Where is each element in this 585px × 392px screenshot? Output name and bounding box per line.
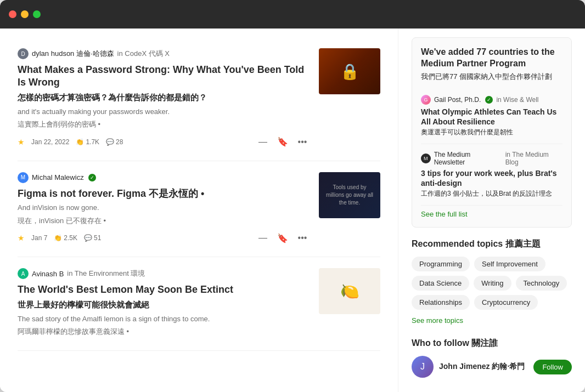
comments-count: 💬 28 [106,138,123,146]
save-button[interactable]: 🔖 [275,230,290,246]
claps-count: 👏 2.5K [54,234,77,242]
article-item: A Avinash B in The Environment 環境 The Wo… [18,257,380,350]
article-excerpt-zh: 這實際上會削弱你的密碼 • [18,119,310,130]
comment-icon: 💬 [106,138,114,146]
article-excerpt-en: And inVision is now gone. [18,202,310,213]
follow-button[interactable]: Follow [533,360,572,374]
author-name[interactable]: Michal Malewicz [32,173,84,181]
figma-thumb-text: Tools used by millions go away all the t… [323,184,376,207]
topic-tag-programming[interactable]: Programming [412,257,470,271]
claps-count: 👏 1.7K [76,138,99,146]
clap-icon: 👏 [54,234,62,242]
verified-icon: ✓ [88,174,96,181]
article-thumbnail: 🍋 [319,268,380,314]
dislike-button[interactable]: — [255,230,271,246]
sidebar-story: G Gail Post, Ph.D. ✓ in Wise & Well What… [421,88,562,144]
article-body: D dylan hudson 迪倫·哈德森 in CodeX 代碼 X What… [18,48,310,150]
article-date: Jan 22, 2022 [31,138,69,146]
more-button[interactable]: ••• [295,134,310,150]
article-date: Jan 7 [31,234,47,242]
star-icon: ★ [18,234,25,242]
avatar: A [18,268,29,279]
topics-grid: Programming Self Improvement Data Scienc… [412,257,572,310]
dislike-button[interactable]: — [255,134,271,150]
avatar: J [412,356,434,378]
traffic-lights [9,10,41,18]
recommended-topics-title: Recommended topics 推薦主題 [412,238,572,250]
article-item: M Michal Malewicz ✓ Figma is not forever… [18,161,380,257]
story-title-zh: 奧運選手可以教我們什麼是韌性 [421,128,562,137]
author-name[interactable]: Avinash B [32,270,64,278]
avatar: M [421,154,431,163]
save-button[interactable]: 🔖 [275,134,290,150]
main-feed: D dylan hudson 迪倫·哈德森 in CodeX 代碼 X What… [0,29,398,392]
story-author-line: G Gail Post, Ph.D. ✓ in Wise & Well [421,95,562,105]
author-line: D dylan hudson 迪倫·哈德森 in CodeX 代碼 X [18,48,310,59]
article-excerpt-zh: 現在，inVision 已不復存在 • [18,215,310,226]
maximize-button[interactable] [33,10,41,18]
story-title[interactable]: What Olympic Athletes Can Teach Us All A… [421,107,562,127]
avatar: D [18,48,29,59]
story-title-zh: 工作週的3 個小貼士，以及Brat 的反設計理念 [421,189,562,198]
close-button[interactable] [9,10,16,18]
topic-tag-cryptocurrency[interactable]: Cryptocurrency [474,295,538,310]
see-more-topics-link[interactable]: See more topics [412,316,572,325]
see-full-list-link[interactable]: See the full list [421,210,562,218]
author-name[interactable]: The Medium Newsletter [434,151,502,166]
avatar: G [421,95,431,105]
verified-icon: ✓ [485,96,493,104]
article-thumbnail: Tools used by millions go away all the t… [319,172,380,218]
topic-tag-writing[interactable]: Writing [474,276,511,291]
author-pub: in The Medium Blog [505,151,562,166]
article-body: A Avinash B in The Environment 環境 The Wo… [18,268,310,339]
article-excerpt-zh: 阿瑪爾菲檸檬的悲慘故事意義深遠 • [18,326,310,337]
comments-count: 💬 51 [84,234,101,242]
sidebar: We've added 77 countries to the Medium P… [398,29,585,392]
article-body: M Michal Malewicz ✓ Figma is not forever… [18,172,310,246]
star-icon: ★ [18,138,25,146]
author-pub: in CodeX 代碼 X [117,49,170,59]
author-name[interactable]: Gail Post, Ph.D. [434,96,481,104]
author-pub: in Wise & Well [496,96,538,104]
topic-tag-data-science[interactable]: Data Science [412,276,469,291]
comment-icon: 💬 [84,234,92,242]
article-title-en[interactable]: The World's Best Lemon May Soon Be Extin… [18,283,310,296]
article-title-zh[interactable]: 世界上最好的檸檬可能很快就會滅絕 [18,299,310,310]
titlebar [0,0,585,29]
article-meta: ★ Jan 7 👏 2.5K 💬 51 — 🔖 [18,230,310,246]
who-to-follow-title: Who to follow 關注誰 [412,338,572,349]
who-to-follow-section: Who to follow 關注誰 J John Jimenez 約翰·希門 F… [412,338,572,378]
main-content: D dylan hudson 迪倫·哈德森 in CodeX 代碼 X What… [0,29,585,392]
story-title[interactable]: 3 tips for your work week, plus Brat's a… [421,168,562,188]
topic-tag-relationships[interactable]: Relationships [412,295,470,310]
article-title-en[interactable]: Figma is not forever. Figma 不是永恆的 • [18,188,310,200]
author-name[interactable]: dylan hudson 迪倫·哈德森 [32,49,114,59]
partner-program-title-zh: 我們已將77 個國家納入中型合作夥伴計劃 [421,72,562,82]
sidebar-story: M The Medium Newsletter in The Medium Bl… [421,144,562,206]
follow-item: J John Jimenez 約翰·希門 Follow [412,356,572,378]
article-actions: — 🔖 ••• [255,134,310,150]
article-thumbnail: 🔒 [319,48,380,94]
app-window: D dylan hudson 迪倫·哈德森 in CodeX 代碼 X What… [0,0,585,392]
article-meta: ★ Jan 22, 2022 👏 1.7K 💬 28 — 🔖 [18,134,310,150]
minimize-button[interactable] [21,10,29,18]
topic-tag-technology[interactable]: Technology [516,276,567,291]
article-excerpt-en: The sad story of the Amalfi lemon is a s… [18,314,310,325]
clap-icon: 👏 [76,138,84,146]
partner-program-title: We've added 77 countries to the Medium P… [421,47,562,70]
topic-tag-self-improvement[interactable]: Self Improvement [474,257,545,271]
article-excerpt-en: and it's actually making your passwords … [18,106,310,117]
article-actions: — 🔖 ••• [255,230,310,246]
author-line: M Michal Malewicz ✓ [18,172,310,183]
recommended-topics-section: Recommended topics 推薦主題 Programming Self… [412,238,572,325]
more-button[interactable]: ••• [295,230,310,246]
article-item: D dylan hudson 迪倫·哈德森 in CodeX 代碼 X What… [18,37,380,161]
partner-program-card: We've added 77 countries to the Medium P… [412,37,572,228]
avatar: M [18,172,29,183]
follow-name: John Jimenez 約翰·希門 [439,362,528,372]
article-title-en[interactable]: What Makes a Password Strong: Why What Y… [18,64,310,89]
story-author-line: M The Medium Newsletter in The Medium Bl… [421,151,562,166]
article-title-zh[interactable]: 怎樣的密碼才算強密碼？為什麼告訴你的都是錯的？ [18,92,310,103]
author-line: A Avinash B in The Environment 環境 [18,268,310,279]
author-pub: in The Environment 環境 [67,269,145,279]
